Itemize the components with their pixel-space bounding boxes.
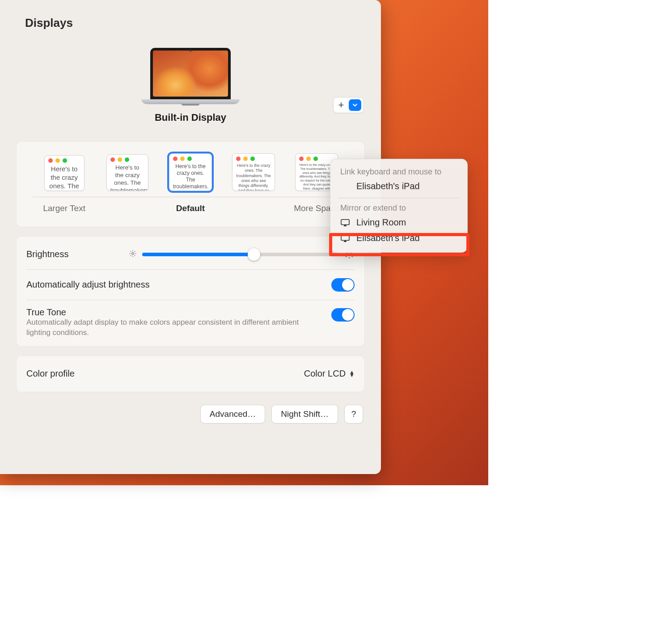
- add-display-popover: Link keyboard and mouse to Elisabeth's i…: [330, 159, 468, 253]
- color-profile-card: Color profile Color LCD ▲▼: [16, 356, 365, 392]
- popover-link-item[interactable]: Elisabeth's iPad: [330, 178, 467, 194]
- sun-small-icon: [129, 250, 137, 259]
- auto-brightness-label: Automatically adjust brightness: [26, 280, 150, 290]
- plus-icon: +: [334, 99, 349, 111]
- color-profile-row: Color profile Color LCD ▲▼: [26, 359, 355, 389]
- popover-mirror-ipad[interactable]: Elisabeth's iPad: [330, 230, 467, 246]
- true-tone-label: True Tone: [26, 307, 313, 318]
- svg-rect-19: [341, 235, 349, 240]
- true-tone-row: True Tone Automatically adapt display to…: [26, 300, 355, 343]
- resolution-caption-1: [96, 203, 159, 213]
- svg-point-0: [131, 252, 134, 254]
- svg-line-7: [130, 255, 131, 256]
- brightness-row: Brightness: [26, 239, 355, 270]
- svg-line-16: [346, 256, 347, 257]
- add-display-button[interactable]: +: [333, 97, 364, 113]
- airplay-icon: [340, 234, 350, 242]
- svg-line-8: [134, 251, 135, 252]
- svg-rect-18: [341, 219, 349, 225]
- display-preview-area: Built-in Display +: [0, 30, 381, 123]
- resolution-option-3[interactable]: Here's to the crazy ones. The troublemak…: [222, 153, 285, 191]
- desktop-wallpaper: Displays Built-in Display + Here's to th…: [0, 0, 488, 485]
- resolution-option-1[interactable]: Here's to the crazy ones. The troublemak…: [96, 154, 159, 191]
- resolution-option-0[interactable]: Here's to the crazy ones. The troublemak…: [33, 155, 96, 191]
- true-tone-desc: Automatically adapt display to make colo…: [26, 318, 313, 343]
- display-settings-card: Brightness Automatically adjust brightne…: [16, 236, 365, 347]
- resolution-caption-0: Larger Text: [33, 203, 96, 213]
- system-settings-window: Displays Built-in Display + Here's to th…: [0, 0, 381, 474]
- color-profile-label: Color profile: [26, 369, 75, 379]
- svg-line-15: [352, 256, 353, 257]
- advanced-button[interactable]: Advanced…: [200, 405, 266, 424]
- popover-mirror-living-room[interactable]: Living Room: [330, 215, 467, 230]
- resolution-selector: Here's to the crazy ones. The troublemak…: [16, 141, 365, 227]
- svg-line-6: [134, 255, 135, 256]
- airplay-icon: [340, 219, 350, 227]
- display-name: Built-in Display: [155, 112, 226, 123]
- help-button[interactable]: ?: [344, 405, 363, 424]
- color-profile-value: Color LCD: [304, 369, 346, 379]
- resolution-caption-2: Default: [159, 203, 222, 213]
- updown-icon: ▲▼: [349, 371, 355, 377]
- popover-mirror-section-title: Mirror or extend to: [330, 202, 467, 215]
- brightness-slider[interactable]: [129, 248, 355, 261]
- popover-link-section-title: Link keyboard and mouse to: [330, 165, 467, 178]
- footer-buttons: Advanced… Night Shift… ?: [16, 401, 365, 424]
- macbook-illustration: [141, 48, 240, 106]
- true-tone-toggle[interactable]: [331, 308, 355, 322]
- auto-brightness-row: Automatically adjust brightness: [26, 270, 355, 300]
- chevron-down-icon: [349, 99, 361, 111]
- brightness-label: Brightness: [26, 249, 69, 259]
- svg-line-5: [130, 251, 131, 252]
- resolution-caption-3: [222, 203, 285, 213]
- night-shift-button[interactable]: Night Shift…: [271, 405, 338, 424]
- resolution-option-2[interactable]: Here's to the crazy ones. The troublemak…: [159, 153, 222, 191]
- page-title: Displays: [0, 0, 381, 30]
- auto-brightness-toggle[interactable]: [331, 278, 355, 292]
- color-profile-select[interactable]: Color LCD ▲▼: [304, 369, 355, 379]
